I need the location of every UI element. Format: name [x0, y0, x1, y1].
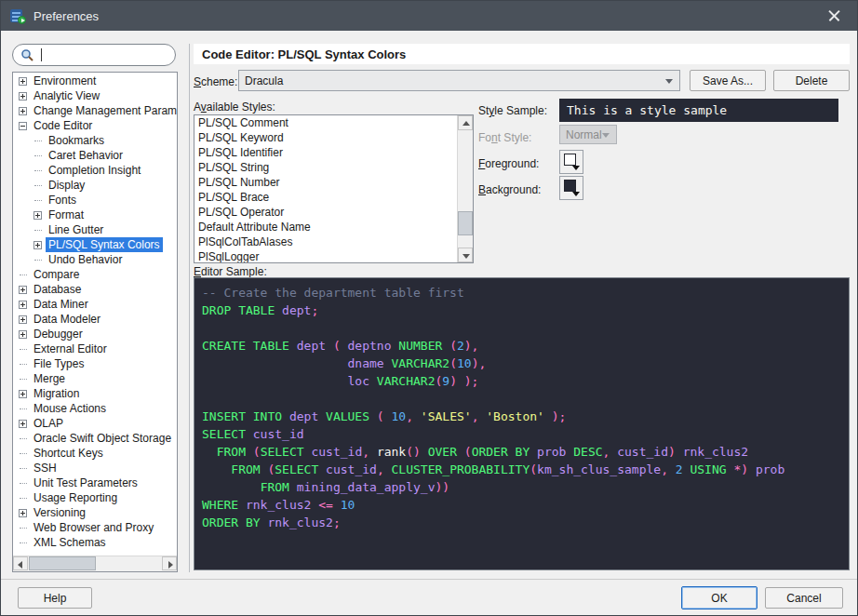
- tree-item-change-management-parameters[interactable]: Change Management Parameters: [13, 103, 177, 118]
- scroll-down-icon[interactable]: [458, 248, 473, 262]
- tree-item-pl-sql-syntax-colors[interactable]: PL/SQL Syntax Colors: [13, 237, 177, 252]
- tree-item-analytic-view[interactable]: Analytic View: [13, 88, 177, 103]
- expand-icon[interactable]: [19, 77, 27, 86]
- help-button[interactable]: Help: [18, 587, 92, 609]
- list-item[interactable]: PL/SQL String: [194, 160, 457, 175]
- search-box[interactable]: [12, 44, 176, 66]
- tree-item-caret-behavior[interactable]: Caret Behavior: [13, 148, 177, 163]
- tree-item-label[interactable]: Unit Test Parameters: [31, 475, 141, 490]
- tree-item-undo-behavior[interactable]: Undo Behavior: [13, 252, 177, 267]
- tree-item-label[interactable]: Environment: [31, 74, 99, 88]
- expand-icon[interactable]: [34, 211, 42, 220]
- tree-horizontal-scrollbar[interactable]: [13, 556, 177, 571]
- tree-item-label[interactable]: Mouse Actions: [31, 401, 109, 416]
- tree-item-format[interactable]: Format: [13, 208, 177, 222]
- tree-item-label[interactable]: OLAP: [31, 416, 66, 431]
- list-item[interactable]: PL/SQL Number: [194, 175, 457, 190]
- tree-item-migration[interactable]: Migration: [13, 386, 177, 401]
- delete-button[interactable]: Delete: [773, 70, 850, 91]
- styles-vertical-scrollbar[interactable]: [457, 115, 473, 262]
- tree-item-label[interactable]: Code Editor: [31, 118, 95, 133]
- scroll-up-icon[interactable]: [458, 115, 473, 130]
- expand-icon[interactable]: [19, 509, 27, 517]
- tree-item-merge[interactable]: Merge: [13, 371, 177, 386]
- tree-item-data-modeler[interactable]: Data Modeler: [13, 312, 177, 327]
- tree-item-label[interactable]: Web Browser and Proxy: [31, 520, 156, 535]
- tree-item-data-miner[interactable]: Data Miner: [13, 297, 177, 312]
- tree-item-external-editor[interactable]: External Editor: [13, 341, 177, 356]
- expand-icon[interactable]: [19, 315, 27, 324]
- collapse-icon[interactable]: [19, 122, 27, 130]
- list-item[interactable]: PL/SQL Brace: [194, 190, 457, 205]
- expand-icon[interactable]: [19, 301, 27, 309]
- tree-item-debugger[interactable]: Debugger: [13, 327, 177, 341]
- tree-item-database[interactable]: Database: [13, 282, 177, 297]
- tree-item-label[interactable]: Merge: [31, 371, 68, 386]
- list-item[interactable]: Default Attribute Name: [194, 220, 457, 234]
- expand-icon[interactable]: [19, 390, 27, 398]
- tree-item-label[interactable]: Display: [46, 178, 87, 193]
- list-item[interactable]: PL/SQL Comment: [194, 115, 457, 130]
- tree-item-label[interactable]: Debugger: [31, 327, 86, 341]
- tree-item-label[interactable]: Database: [31, 282, 84, 297]
- tree-item-shortcut-keys[interactable]: Shortcut Keys: [13, 446, 177, 461]
- list-item[interactable]: PlSqlLogger: [194, 249, 457, 262]
- tree-item-file-types[interactable]: File Types: [13, 356, 177, 371]
- tree-item-label[interactable]: Usage Reporting: [31, 490, 120, 505]
- list-item[interactable]: PL/SQL Operator: [194, 205, 457, 220]
- tree-item-label[interactable]: Bookmarks: [46, 133, 107, 148]
- expand-icon[interactable]: [19, 286, 27, 294]
- tree-item-label[interactable]: Compare: [31, 267, 82, 282]
- tree-item-label[interactable]: Change Management Parameters: [31, 103, 177, 118]
- tree-item-olap[interactable]: OLAP: [13, 416, 177, 431]
- tree-item-label[interactable]: Format: [46, 208, 87, 222]
- list-item[interactable]: PL/SQL Identifier: [194, 145, 457, 160]
- tree-item-fonts[interactable]: Fonts: [13, 193, 177, 208]
- list-item[interactable]: PL/SQL Keyword: [194, 130, 457, 145]
- cancel-button[interactable]: Cancel: [765, 587, 843, 609]
- tree-item-label[interactable]: External Editor: [31, 341, 110, 356]
- tree-item-label[interactable]: Data Modeler: [31, 312, 103, 327]
- font-style-select[interactable]: Normal: [559, 125, 617, 144]
- expand-icon[interactable]: [19, 107, 27, 115]
- tree-item-label[interactable]: Line Gutter: [46, 222, 106, 237]
- tree-item-compare[interactable]: Compare: [13, 267, 177, 282]
- expand-icon[interactable]: [19, 330, 27, 339]
- tree-item-line-gutter[interactable]: Line Gutter: [13, 222, 177, 237]
- tree-item-label[interactable]: PL/SQL Syntax Colors: [46, 237, 163, 252]
- tree-item-label[interactable]: Migration: [31, 386, 82, 401]
- expand-icon[interactable]: [19, 420, 27, 428]
- tree-item-oracle-swift-object-storage[interactable]: Oracle Swift Object Storage: [13, 431, 177, 446]
- scrollbar-thumb[interactable]: [29, 556, 96, 570]
- tree-item-completion-insight[interactable]: Completion Insight: [13, 163, 177, 178]
- foreground-color-picker[interactable]: [559, 150, 583, 174]
- tree-item-mouse-actions[interactable]: Mouse Actions: [13, 401, 177, 416]
- tree-item-label[interactable]: File Types: [31, 356, 87, 371]
- scroll-right-icon[interactable]: [162, 556, 177, 570]
- tree-item-bookmarks[interactable]: Bookmarks: [13, 133, 177, 148]
- tree-item-label[interactable]: Versioning: [31, 505, 88, 520]
- scroll-left-icon[interactable]: [13, 556, 28, 570]
- tree-item-label[interactable]: XML Schemas: [31, 535, 109, 550]
- tree-item-usage-reporting[interactable]: Usage Reporting: [13, 490, 177, 505]
- tree-item-label[interactable]: Shortcut Keys: [31, 446, 106, 461]
- tree-item-label[interactable]: Caret Behavior: [46, 148, 126, 163]
- tree-item-label[interactable]: Undo Behavior: [46, 252, 125, 267]
- tree-item-environment[interactable]: Environment: [13, 74, 177, 88]
- close-icon[interactable]: [820, 5, 848, 27]
- tree-item-label[interactable]: SSH: [31, 461, 60, 475]
- tree-item-unit-test-parameters[interactable]: Unit Test Parameters: [13, 475, 177, 490]
- expand-icon[interactable]: [19, 92, 27, 100]
- tree-item-label[interactable]: Oracle Swift Object Storage: [31, 431, 174, 446]
- tree-item-versioning[interactable]: Versioning: [13, 505, 177, 520]
- tree-item-label[interactable]: Completion Insight: [46, 163, 143, 178]
- tree-item-code-editor[interactable]: Code Editor: [13, 118, 177, 133]
- tree-item-label[interactable]: Fonts: [46, 193, 79, 208]
- expand-icon[interactable]: [34, 241, 42, 249]
- tree-item-label[interactable]: Analytic View: [31, 88, 102, 103]
- tree-item-xml-schemas[interactable]: XML Schemas: [13, 535, 177, 550]
- save-as-button[interactable]: Save As...: [690, 70, 766, 91]
- ok-button[interactable]: OK: [681, 586, 757, 609]
- background-color-picker[interactable]: [559, 176, 583, 200]
- list-item[interactable]: PlSqlColTabAlases: [194, 234, 457, 249]
